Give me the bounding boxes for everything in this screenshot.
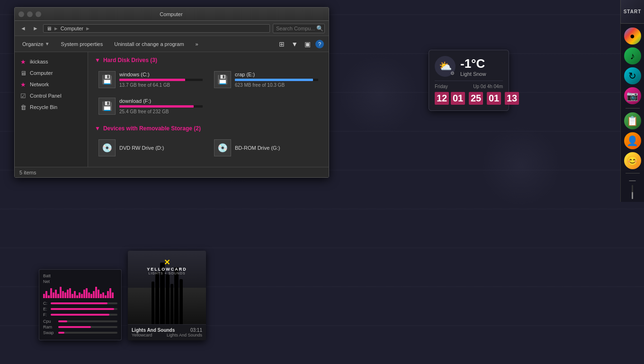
search-icon[interactable]: 🔍	[316, 25, 323, 32]
drive-e-info: crap (E:) 623 MB free of 10.3 GB	[235, 72, 318, 88]
network-icon: ★	[19, 81, 27, 88]
drive-f-info: download (F:) 25.4 GB free of 232 GB	[119, 98, 203, 114]
sysmon-bars	[43, 285, 117, 298]
music-time: 03:11	[190, 328, 202, 333]
user-icon[interactable]: 👤	[624, 132, 641, 149]
swap-bar-fill	[58, 332, 64, 334]
music-title-row: Lights And Sounds 03:11	[132, 328, 202, 333]
view-toggle-button[interactable]: ⊞	[277, 39, 286, 49]
file-area: ▼ Hard Disk Drives (3) 💾 windows (C:) 13…	[88, 52, 329, 167]
music-app-icon[interactable]: ♪	[624, 47, 641, 64]
drive-f-bar	[119, 105, 194, 108]
sysmon-bar	[98, 290, 99, 298]
dock-separator-2	[626, 173, 640, 173]
sysmon-bar	[93, 291, 95, 298]
view-chevron[interactable]: ▼	[289, 39, 300, 49]
disk-c-label: C:	[43, 301, 49, 306]
disk-c-bar-bg	[51, 302, 117, 304]
computer-icon: 🖥	[46, 26, 52, 31]
titlebar: Computer	[15, 8, 329, 21]
sidebar-item-recycle-bin[interactable]: 🗑 Recycle Bin	[15, 101, 88, 113]
face-icon[interactable]: 😊	[624, 152, 641, 169]
hard-disks-title[interactable]: Hard Disk Drives (3)	[103, 57, 157, 64]
tree1	[152, 282, 154, 324]
disk-c-row: C:	[43, 301, 117, 306]
removable-bdrom-item[interactable]: 💿 BD-ROM Drive (G:)	[210, 136, 322, 159]
drive-c-free: 13.7 GB free of 64.1 GB	[119, 82, 203, 88]
drive-c-info: windows (C:) 13.7 GB free of 64.1 GB	[119, 72, 203, 88]
sysmon-bar	[45, 291, 47, 298]
volume-minus[interactable]: —	[629, 176, 636, 184]
minimize-button[interactable]	[18, 11, 24, 17]
sidebar-item-network[interactable]: ★ Network	[15, 79, 88, 90]
sysmon-bar	[86, 288, 88, 298]
more-button[interactable]: »	[193, 40, 201, 48]
sysmon-bar	[102, 292, 104, 298]
close-button[interactable]	[36, 11, 41, 17]
drive-e-item[interactable]: 💾 crap (E:) 623 MB free of 10.3 GB	[210, 68, 322, 91]
sidebar-item-computer[interactable]: 🖥 Computer	[15, 67, 88, 79]
removable-collapse[interactable]: ▼	[95, 125, 100, 132]
drives-grid: 💾 windows (C:) 13.7 GB free of 64.1 GB 💾…	[95, 68, 322, 118]
removable-title[interactable]: Devices with Removable Storage (2)	[103, 125, 201, 132]
cpu-bar-bg	[58, 320, 117, 322]
sidebar-item-control-panel[interactable]: ☑ Control Panel	[15, 90, 88, 101]
ram-row: Ram	[43, 325, 117, 329]
tree4	[166, 274, 170, 324]
weather-icon: ⛅ ⚙	[435, 56, 456, 77]
dock-right: ● ♪ ↻ 📷 📋 👤 😊 —	[620, 24, 644, 202]
search-box: 🔍	[273, 24, 325, 33]
lights-sounds-sub: LIGHTS + SOUNDS	[147, 272, 187, 275]
toolbar-right: ⊞ ▼ ▣ ?	[277, 39, 324, 49]
sidebar-item-ikickass[interactable]: ★ ikickass	[15, 56, 88, 67]
drive-c-bar-container	[119, 79, 203, 81]
maximize-button[interactable]	[27, 11, 33, 17]
hard-disks-collapse[interactable]: ▼	[95, 57, 100, 64]
sysmon-bar	[83, 290, 85, 298]
uninstall-button[interactable]: Uninstall or change a program	[111, 40, 187, 48]
sysmon-bar	[79, 292, 80, 298]
swap-row: Swap	[43, 330, 117, 335]
toolbar: Organize ▼ System properties Uninstall o…	[15, 36, 329, 52]
system-properties-button[interactable]: System properties	[58, 40, 106, 48]
clock-h2: 01	[451, 92, 465, 105]
back-button[interactable]: ◄	[18, 24, 28, 33]
organize-button[interactable]: Organize ▼	[19, 40, 53, 48]
search-input[interactable]	[276, 26, 316, 31]
preview-button[interactable]: ▣	[303, 39, 313, 49]
sysmon-bar	[100, 294, 102, 298]
file-explorer-window: Computer ◄ ► 🖥 ► Computer ► 🔍 Organize ▼…	[14, 7, 329, 178]
camera-icon[interactable]: 📷	[624, 87, 641, 104]
drive-c-icon: 💾	[98, 71, 116, 88]
help-button[interactable]: ?	[315, 40, 324, 48]
start-button[interactable]: START	[620, 0, 644, 24]
weather-desc: Light Snow	[460, 71, 486, 77]
path-arrow: ►	[85, 26, 90, 31]
swap-bar-bg	[58, 332, 117, 334]
sysmon-widget: Batt Net C: E: F: Cpu	[39, 269, 122, 340]
chrome-icon[interactable]: ●	[624, 27, 641, 45]
sync-icon[interactable]: ↻	[624, 67, 641, 84]
sysmon-bar	[95, 287, 97, 298]
weather-gear-icon: ⚙	[450, 71, 455, 76]
drive-f-name: download (F:)	[119, 98, 203, 104]
drive-f-free: 25.4 GB free of 232 GB	[119, 109, 203, 114]
disk-e-bar-bg	[51, 308, 117, 310]
address-path[interactable]: 🖥 ► Computer ►	[43, 24, 270, 33]
weather-right: -1°C Light Snow	[460, 56, 486, 77]
sidebar-label-computer: Computer	[30, 70, 53, 76]
status-bar: 5 items	[15, 167, 329, 177]
sysmon-bar	[81, 294, 83, 298]
notes-icon[interactable]: 📋	[624, 112, 641, 129]
removable-dvd-item[interactable]: 💿 DVD RW Drive (D:)	[95, 136, 206, 159]
yellowcard-x: ✕	[147, 258, 187, 267]
drive-c-item[interactable]: 💾 windows (C:) 13.7 GB free of 64.1 GB	[95, 68, 206, 91]
item-count: 5 items	[19, 170, 36, 175]
forward-button[interactable]: ►	[31, 24, 40, 33]
tree7	[179, 279, 183, 324]
tree6	[174, 267, 179, 324]
drive-e-bar-container	[235, 79, 318, 81]
music-meta-row: Yellowcard Lights And Sounds	[132, 333, 202, 337]
sysmon-bar	[43, 294, 45, 298]
drive-f-item[interactable]: 💾 download (F:) 25.4 GB free of 232 GB	[95, 95, 206, 118]
